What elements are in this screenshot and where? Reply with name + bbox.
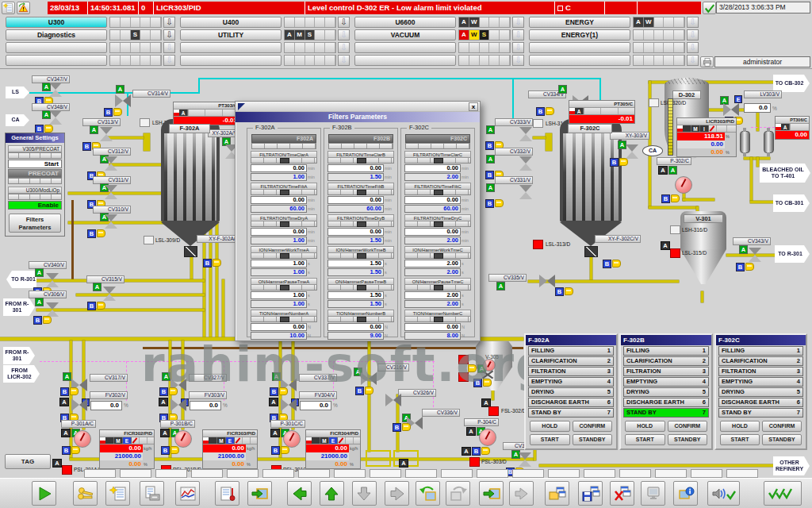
auto-indicator[interactable]: A [486, 125, 495, 134]
trend-icon[interactable] [175, 481, 200, 506]
manual-hand-icon[interactable] [546, 107, 554, 115]
nav-u400[interactable]: U400 [180, 17, 282, 28]
navigate-right-icon[interactable] [385, 481, 409, 506]
auto-indicator[interactable]: A [116, 85, 124, 94]
param-cells[interactable] [251, 285, 317, 291]
param-cells[interactable] [251, 158, 317, 164]
manual-button[interactable]: M [691, 125, 700, 132]
alarm-reset-icon[interactable] [17, 2, 30, 14]
manual-hand-icon[interactable] [113, 108, 122, 116]
pump-p304[interactable] [479, 429, 496, 446]
permission-indicator[interactable]: B [736, 263, 745, 271]
manual-hand-icon[interactable] [71, 446, 80, 454]
filter-select-button[interactable]: F302B [328, 134, 393, 143]
actual-value[interactable]: 1.00 [251, 260, 307, 267]
manual-hand-icon[interactable] [671, 194, 680, 202]
mode-indicator[interactable]: A [61, 429, 71, 437]
acknowledge-horn-icon[interactable] [707, 481, 740, 506]
permission-indicator[interactable]: B [203, 259, 212, 267]
permission-indicator[interactable]: B [87, 229, 96, 238]
nav-utility[interactable]: UTILITY [180, 29, 282, 40]
sp-value[interactable]: 21000.00 [203, 452, 246, 460]
monitor-view-icon[interactable] [641, 481, 665, 506]
pump-p301c[interactable] [283, 430, 301, 448]
param-cells[interactable] [327, 190, 394, 195]
setpoint-value[interactable]: 60.00 [404, 205, 461, 213]
standby-button[interactable]: STANDBY [573, 434, 613, 445]
ack-button[interactable]: A [781, 124, 790, 130]
setpoint-value[interactable]: 60.00 [251, 205, 307, 213]
manual-hand-icon[interactable] [43, 316, 52, 324]
filters-parameters-button[interactable]: Filters Parameters [9, 214, 61, 233]
picture-next-icon[interactable] [509, 481, 534, 506]
actual-value[interactable]: 1.50 [327, 260, 384, 267]
setpoint-value[interactable]: 60.00 [327, 205, 384, 213]
valve-cv343[interactable] [749, 248, 761, 262]
navigate-down-icon[interactable] [352, 481, 377, 506]
filter-select-button[interactable]: F302C [405, 134, 470, 143]
manual-hand-icon[interactable] [97, 302, 105, 310]
actual-value[interactable]: 0.00 [404, 164, 461, 172]
actual-value[interactable]: 0.00 [327, 196, 384, 204]
valve-cv340[interactable] [46, 273, 59, 287]
manual-hand-icon[interactable] [745, 263, 754, 271]
mode-button[interactable] [312, 437, 320, 444]
standby-button[interactable]: STANDBY [668, 434, 708, 445]
nav-energy[interactable]: ENERGY [529, 17, 630, 28]
faceplate-ficr303[interactable]: FICR303/PID ME 0.00kg/h 21000.00 0.00% [202, 429, 258, 469]
picture-forward-icon[interactable] [446, 481, 470, 506]
mode-indicator[interactable]: A [160, 429, 170, 437]
param-cells[interactable] [327, 221, 394, 227]
faceplate-pt305[interactable]: PT305/C A -0.01 [569, 100, 635, 124]
alarm-system-icon[interactable] [105, 481, 130, 506]
setpoint-value[interactable]: 1.50 [327, 173, 384, 181]
param-cells[interactable] [327, 253, 394, 259]
manual-hand-icon[interactable] [402, 423, 411, 431]
pump-p301b[interactable] [174, 430, 192, 448]
valve-cv326[interactable] [385, 394, 401, 406]
actual-value[interactable]: 1.00 [251, 291, 307, 299]
valve-xy303[interactable] [626, 144, 638, 159]
actual-value[interactable]: 0.00 [327, 164, 384, 172]
nav-u6600[interactable]: U6600 [354, 17, 456, 28]
actual-value[interactable]: 0.00 [251, 164, 307, 172]
mode-indicator[interactable]: A [466, 427, 476, 436]
auto-indicator[interactable]: A [63, 372, 71, 381]
valve-fv302[interactable] [71, 398, 87, 411]
valve-fv304[interactable] [281, 398, 297, 411]
actual-value[interactable]: 0.00 [327, 228, 384, 236]
u300-drop-arrow[interactable]: ⇩ [163, 17, 175, 28]
faceplate-ficr304[interactable]: FICR304/PID ME 0.00kg/h 21000.00 0.00% [305, 429, 361, 469]
manual-hand-icon[interactable] [612, 260, 621, 267]
actual-value[interactable]: 0.00 [404, 196, 461, 204]
hold-button[interactable]: HOLD [720, 421, 760, 432]
auto-indicator[interactable]: A [90, 125, 98, 134]
nav-diagnostics[interactable]: Diagnostics [6, 29, 107, 40]
external-button[interactable]: E [226, 437, 235, 444]
picture-jump-icon[interactable] [479, 481, 504, 506]
manual-button[interactable]: M [217, 437, 226, 444]
param-cells[interactable] [327, 158, 394, 164]
permission-indicator[interactable]: B [610, 158, 619, 167]
permission-indicator[interactable]: B [393, 423, 401, 432]
param-cells[interactable] [251, 253, 317, 259]
permission-indicator[interactable]: B [485, 199, 494, 208]
mode-indicator[interactable]: A [399, 459, 408, 468]
setpoint-value[interactable]: 1.00 [251, 173, 307, 181]
manual-button[interactable]: M [114, 437, 123, 444]
setpoint-value[interactable]: 1.50 [327, 237, 384, 244]
external-button[interactable]: E [329, 437, 338, 444]
param-cells[interactable] [404, 253, 471, 259]
actual-value[interactable]: 1.50 [327, 291, 384, 299]
external-setpoint-indicator[interactable]: E [734, 95, 742, 103]
pump-p302[interactable] [675, 176, 692, 194]
actual-value[interactable]: 0.00 [251, 228, 307, 236]
manual-hand-icon[interactable] [495, 199, 504, 207]
mode-button[interactable] [105, 437, 114, 444]
discharge-valve-f302a[interactable] [184, 246, 197, 257]
auto-indicator[interactable]: A [739, 245, 748, 254]
valve-cv333[interactable] [519, 127, 532, 141]
manual-hand-icon[interactable] [565, 287, 573, 295]
permission-indicator[interactable]: B [104, 108, 113, 117]
wrench-icon[interactable] [338, 437, 345, 444]
